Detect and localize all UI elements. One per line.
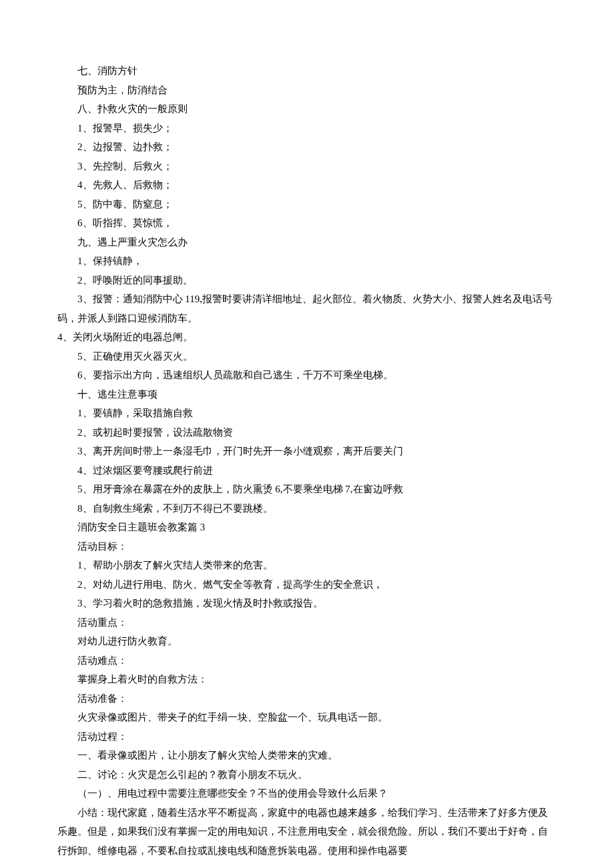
- text-line: 火灾录像或图片、带夹子的红手绢一块、空脸盆一个、玩具电话一部。: [57, 708, 557, 727]
- text-line: 十、逃生注意事项: [57, 385, 557, 404]
- text-line: 1、保持镇静，: [57, 252, 557, 271]
- text-line: 4、关闭火场附近的电器总闸。: [57, 328, 557, 347]
- text-line: 掌握身上着火时的自救方法：: [57, 670, 557, 689]
- text-line: 5、正确使用灭火器灭火。: [57, 347, 557, 366]
- text-line: 3、离开房间时带上一条湿毛巾，开门时先开一条小缝观察，离开后要关门: [57, 442, 557, 461]
- text-line: 小结：现代家庭，随着生活水平不断提高，家庭中的电器也越来越多，给我们学习、生活带…: [57, 803, 557, 861]
- text-line: 2、或初起时要报警，设法疏散物资: [57, 423, 557, 442]
- text-line: 5、用牙膏涂在暴露在外的皮肤上，防火熏烫 6,不要乘坐电梯 7,在窗边呼救: [57, 480, 557, 499]
- document-page: 七、消防方针预防为主，防消结合八、扑救火灾的一般原则1、报警早、损失少；2、边报…: [0, 0, 614, 868]
- document-body: 七、消防方针预防为主，防消结合八、扑救火灾的一般原则1、报警早、损失少；2、边报…: [57, 61, 557, 860]
- text-line: 一、看录像或图片，让小朋友了解火灾给人类带来的灾难。: [57, 746, 557, 765]
- text-line: 1、报警早、损失少；: [57, 119, 557, 138]
- text-line: 活动准备：: [57, 689, 557, 709]
- text-line: （一）、用电过程中需要注意哪些安全？不当的使用会导致什么后果？: [57, 784, 557, 803]
- text-line: 1、要镇静，采取措施自救: [57, 404, 557, 423]
- text-line: 3、报警：通知消防中心 119,报警时要讲清详细地址、起火部位、着火物质、火势大…: [57, 290, 557, 328]
- text-line: 3、学习着火时的急救措施，发现火情及时扑救或报告。: [57, 594, 557, 613]
- text-line: 活动过程：: [57, 727, 557, 747]
- text-line: 3、先控制、后救火；: [57, 157, 557, 176]
- text-line: 消防安全日主题班会教案篇 3: [57, 518, 557, 537]
- text-line: 2、对幼儿进行用电、防火、燃气安全等教育，提高学生的安全意识，: [57, 575, 557, 594]
- text-line: 对幼儿进行防火教育。: [57, 632, 557, 651]
- text-line: 6、要指示出方向，迅速组织人员疏散和自己逃生，千万不可乘坐电梯。: [57, 366, 557, 385]
- text-line: 活动重点：: [57, 613, 557, 632]
- text-line: 4、过浓烟区要弯腰或爬行前进: [57, 461, 557, 480]
- text-line: 八、扑救火灾的一般原则: [57, 99, 557, 119]
- text-line: 5、防中毒、防窒息；: [57, 195, 557, 214]
- text-line: 6、听指挥、莫惊慌，: [57, 213, 557, 233]
- text-line: 2、呼唤附近的同事援助。: [57, 271, 557, 290]
- text-line: 4、先救人、后救物；: [57, 175, 557, 195]
- text-line: 1、帮助小朋友了解火灾结人类带来的危害。: [57, 556, 557, 575]
- text-line: 二、讨论：火灾是怎么引起的？教育小朋友不玩火。: [57, 765, 557, 785]
- text-line: 2、边报警、边扑救；: [57, 137, 557, 157]
- text-line: 活动难点：: [57, 651, 557, 671]
- text-line: 活动目标：: [57, 537, 557, 556]
- text-line: 九、遇上严重火灾怎么办: [57, 233, 557, 252]
- text-line: 七、消防方针: [57, 61, 557, 81]
- text-line: 8、自制救生绳索，不到万不得已不要跳楼。: [57, 499, 557, 518]
- text-line: 预防为主，防消结合: [57, 81, 557, 100]
